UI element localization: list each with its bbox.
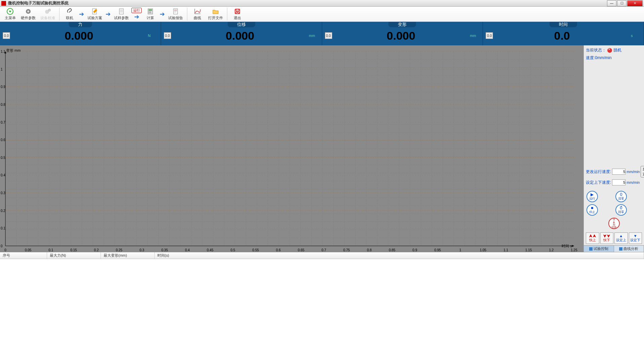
arrow-icon: ➔ [134,13,140,20]
double-down-icon: ⮟⮟ [603,234,610,238]
maximize-button[interactable]: ☐ [617,0,627,6]
readout-label: 变形 [388,22,416,27]
chart-line-icon [194,8,201,15]
x-tick: 1.1 [503,248,508,252]
deformation-unit: mm [470,34,480,38]
sample-params-button[interactable]: 试样参数 [112,7,131,21]
set-up-button[interactable]: ▲设定上 [614,232,628,244]
col-max-force[interactable]: 最大力(N) [47,252,101,259]
x-tick: 0.65 [298,248,304,252]
svg-rect-7 [119,9,123,14]
status-value: 脱机 [613,47,621,53]
test-report-button[interactable]: 试验报告 [166,7,185,21]
tab-curve-analysis[interactable]: 曲线分析 [614,246,644,252]
y-tick: 1.1 [1,50,5,53]
zero-deformation-button[interactable]: 0.0 [325,32,332,39]
chart-area[interactable]: 变形 mm 时间 s 00.10.20.30.40.50.60.70.80.91… [0,45,583,252]
fast-up-button[interactable]: ⮝⮝快上 [586,232,599,244]
x-tick: 0.55 [252,248,259,252]
zero-time-button[interactable]: 0.0 [486,32,493,39]
open-file-button[interactable]: 打开文件 [206,7,225,21]
readout-force: 力 0.0 0.000 N [0,22,161,45]
title-bar: 微机控制电子万能试验机测控系统 — ☐ ✕ [0,0,644,7]
fast-down-button[interactable]: ⮟⮟快下 [600,232,614,244]
x-tick: 0.8 [367,248,372,252]
x-tick: 0 [4,248,6,252]
gear-plus-icon: + [44,8,51,15]
down-icon: ▼ [634,234,637,238]
calculator-icon [147,8,154,15]
zero-icon: 0 [620,192,622,197]
curve-button[interactable]: 曲线 [189,7,205,21]
col-time[interactable]: 时间(s) [155,252,644,259]
run-button[interactable]: ▶运行 [586,191,598,202]
calculate-button[interactable]: 计算 [142,7,158,21]
zero-force-button[interactable]: 0.0 [3,32,10,39]
x-tick: 0.35 [161,248,168,252]
document-icon [118,8,125,15]
tab-test-control[interactable]: 试验控制 [584,246,614,252]
x-tick: 0.45 [207,248,213,252]
folder-open-icon [212,8,219,15]
analysis-tab-icon [619,247,622,251]
x-tick: 0.7 [321,248,326,252]
svg-rect-111 [589,247,593,251]
deform-switch-button[interactable]: 变▲形 切换 [608,218,620,229]
stop-button[interactable]: ■停止 [586,204,598,216]
svg-rect-12 [149,9,152,11]
x-tick: 0.85 [389,248,395,252]
x-tick: 0.15 [70,248,77,252]
close-button[interactable]: ✕ [627,0,643,6]
hardware-params-button[interactable]: 硬件参数 [19,7,38,21]
minimize-button[interactable]: — [607,0,616,6]
data-table: 序号 最大力(N) 最大变形(mm) 时间(s) [0,252,644,343]
svg-point-2 [27,10,29,12]
y-tick: 0.1 [1,226,5,230]
readout-time: 时间 0.0 0.0 s [483,22,644,45]
force-value: 0.000 [10,29,148,42]
col-number[interactable]: 序号 [0,252,47,259]
readout-deformation: 变形 0.0 0.000 mm [322,22,483,45]
down-arrow-circle-icon [6,8,14,15]
connect-button[interactable]: 联机 [62,7,78,21]
y-tick: 0 [1,244,3,248]
chart-grid [0,45,583,252]
report-icon [172,8,179,15]
x-tick: 0.6 [276,248,281,252]
stop-icon: ■ [591,206,593,210]
main-menu-button[interactable]: 主菜单 [2,7,18,21]
table-body[interactable] [0,259,644,343]
control-tab-icon [589,247,593,251]
zero-displacement-button[interactable]: 0.0 [164,32,171,39]
displacement-value: 0.000 [171,29,309,42]
y-tick: 0.7 [1,120,5,124]
change-speed-input[interactable] [612,169,626,175]
toolbar-separator [187,8,187,20]
x-tick: 0.1 [48,248,53,252]
y-tick: 0.3 [1,191,5,195]
set-down-button[interactable]: ▼设定下 [629,232,642,244]
y-tick: 0.5 [1,156,5,159]
app-icon [1,1,6,6]
exit-button[interactable]: 退出 [229,7,245,21]
set-updown-speed-input[interactable] [612,179,626,185]
svg-text:+: + [49,9,50,12]
return-zero-button[interactable]: 0̂回零 [615,204,627,216]
clear-zero-button[interactable]: 0清零 [615,191,627,202]
run-badge: 运行 [131,8,142,13]
x-tick: 0.5 [230,248,235,252]
toolbar-separator [227,8,227,20]
send-button[interactable]: 发送 [641,166,644,177]
table-header: 序号 最大力(N) 最大变形(mm) 时间(s) [0,252,644,259]
col-max-deformation[interactable]: 最大变形(mm) [101,252,155,259]
svg-rect-17 [174,9,178,14]
x-tick: 0.95 [434,248,441,252]
y-tick: 0.2 [1,209,5,212]
test-plan-button[interactable]: 试验方案 [85,7,104,21]
arrow-icon: ➔ [159,10,165,18]
svg-rect-16 [150,12,151,13]
y-tick: 1 [1,67,3,71]
toolbar-separator [59,8,60,20]
y-tick: 0.9 [1,85,5,89]
device-calibration-button[interactable]: + 设备校准 [38,7,57,21]
